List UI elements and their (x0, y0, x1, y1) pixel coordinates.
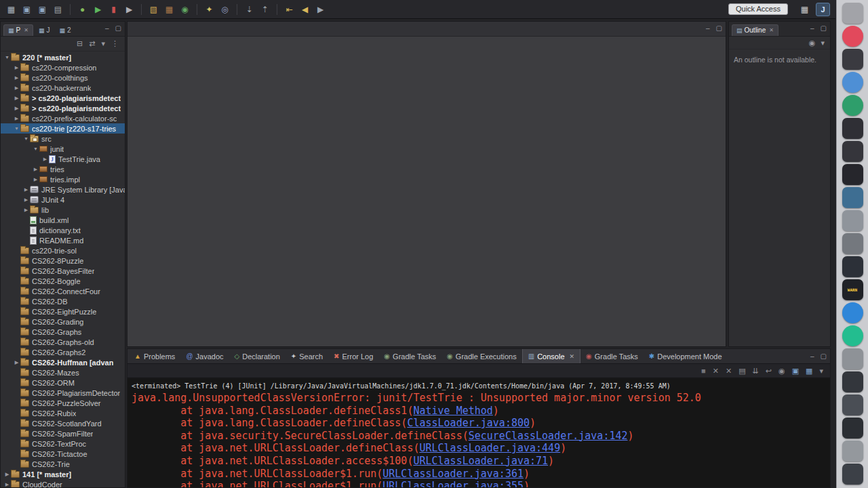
expand-arrow-icon[interactable]: ▶ (13, 116, 20, 121)
clear-console-icon[interactable]: ▤ (738, 367, 745, 375)
tab-javadoc[interactable]: @Javadoc (180, 349, 229, 363)
run-icon[interactable]: ▶ (91, 3, 105, 16)
tree-item[interactable]: CS262-ORM (1, 378, 125, 388)
close-icon[interactable]: ✕ (769, 27, 774, 33)
tree-item[interactable]: ▶JRE System Library [JavaS (1, 184, 125, 195)
tree-item[interactable]: cs220-trie-sol (1, 245, 125, 256)
tree-item[interactable]: CS262-DB (1, 296, 125, 306)
expand-arrow-icon[interactable]: ▶ (32, 167, 39, 172)
tree-item[interactable]: CS262-PuzzleSolver (1, 398, 125, 408)
pin-console-icon[interactable]: ◉ (778, 367, 785, 375)
tree-item[interactable]: CS262-Graphs (1, 327, 125, 337)
dock-app-icon[interactable] (842, 210, 863, 231)
tree-item[interactable]: ▶TestTrie.java (1, 154, 125, 164)
dock-app-icon[interactable] (842, 26, 863, 47)
tab-search[interactable]: ✦Search (285, 349, 328, 363)
tree-item[interactable]: CS262-Grading (1, 317, 125, 327)
tree-item[interactable]: CS262-Rubix (1, 408, 125, 418)
dock-app-icon[interactable] (842, 325, 863, 346)
tree-item[interactable]: ▼220 [* master] (1, 52, 125, 62)
tree-item[interactable]: ▶cs220-compression (1, 62, 125, 73)
tree-item[interactable]: ▼cs220-trie [z220-s17-tries (1, 123, 125, 134)
expand-arrow-icon[interactable]: ▼ (13, 126, 20, 131)
tab-gradle-tasks-2[interactable]: ◉Gradle Tasks (580, 349, 644, 363)
link-with-editor-icon[interactable]: ⇄ (89, 39, 95, 48)
tree-item[interactable]: CS262-Mazes (1, 367, 125, 378)
tree-item[interactable]: CS262-TextProc (1, 439, 125, 449)
stacktrace-link[interactable]: URLClassLoader.java:361 (382, 468, 524, 480)
tree-item[interactable]: CS262-Graphs-old (1, 337, 125, 347)
next-annotation-icon[interactable]: ⇣ (242, 3, 256, 16)
tree-item[interactable]: ▶tries.impl (1, 174, 125, 184)
external-tools-icon[interactable]: ▶ (122, 3, 136, 16)
expand-arrow-icon[interactable]: ▶ (13, 65, 20, 70)
dock-app-icon[interactable] (842, 187, 863, 208)
tree-item[interactable]: ▶> cs220-plagiarismdetect (1, 93, 125, 103)
dock-app-icon[interactable] (842, 348, 863, 369)
tree-item[interactable]: ▼src (1, 134, 125, 144)
tab-console[interactable]: ▥Console✕ (522, 349, 580, 363)
tree-item[interactable]: ▶tries (1, 164, 125, 174)
tree-item[interactable]: ▶lib (1, 205, 125, 215)
search-icon[interactable]: ✦ (202, 3, 216, 16)
remove-launch-icon[interactable]: ✕ (713, 367, 719, 375)
tree-item[interactable]: CS262-Graphs2 (1, 347, 125, 357)
open-console-icon[interactable]: ▦ (806, 367, 812, 375)
minimize-button[interactable]: – (706, 24, 710, 33)
tree-item[interactable]: CS262-8Puzzle (1, 256, 125, 266)
java-perspective-icon[interactable]: J (816, 3, 830, 16)
expand-arrow-icon[interactable]: ▶ (32, 177, 39, 182)
stacktrace-link[interactable]: Native Method (413, 405, 492, 417)
stacktrace-link[interactable]: SecureClassLoader.java:142 (469, 430, 628, 442)
tab-package-explorer[interactable]: ▦P✕ (3, 24, 33, 36)
last-edit-location-icon[interactable]: ⇤ (282, 3, 296, 16)
maximize-button[interactable]: ▢ (716, 24, 722, 33)
print-icon[interactable]: ▤ (51, 3, 65, 16)
dock-app-icon[interactable] (842, 394, 863, 415)
quick-access-button[interactable]: Quick Access (728, 3, 788, 15)
open-perspective-icon[interactable]: ▦ (797, 3, 812, 16)
coverage-icon[interactable]: ▮ (106, 3, 121, 16)
expand-arrow-icon[interactable]: ▶ (22, 207, 30, 213)
tree-item[interactable]: ▶CloudCoder (1, 479, 125, 487)
tree-item[interactable]: ▶> cs220-plagiarismdetect (1, 103, 125, 113)
dock-app-icon[interactable] (842, 3, 863, 24)
expand-arrow-icon[interactable]: ▶ (3, 482, 11, 487)
more-icon[interactable]: ⋮ (111, 39, 119, 48)
dock-app-icon[interactable] (842, 141, 863, 162)
tree-item[interactable]: CS262-Trie (1, 459, 125, 469)
debug-icon[interactable]: ● (75, 3, 90, 16)
tree-item[interactable]: ▶141 [* master] (1, 469, 125, 479)
new-class-icon[interactable]: ◉ (178, 3, 192, 16)
new-wizard-icon[interactable]: ▦ (4, 3, 18, 16)
expand-arrow-icon[interactable]: ▶ (41, 157, 49, 162)
dock-app-icon[interactable] (842, 302, 863, 323)
tree-item[interactable]: README.md (1, 235, 125, 245)
expand-arrow-icon[interactable]: ▶ (13, 360, 20, 365)
back-icon[interactable]: ◀ (298, 3, 312, 16)
save-all-icon[interactable]: ▣ (35, 3, 50, 16)
tab-type-hierarchy[interactable]: ▦2 (55, 25, 75, 36)
maximize-button[interactable]: ▢ (115, 24, 121, 33)
stacktrace-link[interactable]: URLClassLoader.java:355 (382, 480, 524, 487)
tab-gradle-tasks[interactable]: ◉Gradle Tasks (378, 349, 441, 363)
maximize-button[interactable]: ▢ (821, 24, 827, 33)
new-package-icon[interactable]: ▦ (162, 3, 176, 16)
tree-item[interactable]: CS262-Boggle (1, 276, 125, 286)
view-menu-icon[interactable]: ▾ (101, 39, 105, 48)
close-icon[interactable]: ✕ (570, 353, 575, 360)
dock-app-icon[interactable] (842, 371, 863, 392)
stacktrace-link[interactable]: URLClassLoader.java:449 (419, 442, 560, 454)
tree-item[interactable]: ▼junit (1, 144, 125, 154)
expand-arrow-icon[interactable]: ▼ (22, 136, 30, 141)
dock-app-icon[interactable] (842, 72, 863, 93)
console-menu-icon[interactable]: ▾ (819, 367, 823, 375)
dock-app-icon[interactable] (842, 256, 863, 277)
forward-icon[interactable]: ▶ (313, 3, 328, 16)
open-type-icon[interactable]: ◎ (218, 3, 232, 16)
tree-item[interactable]: ▶cs220-hackerrank (1, 83, 125, 93)
tab-development-mode[interactable]: ✱Development Mode (644, 349, 728, 363)
console-output[interactable]: <terminated> TestTrie (4) [JUnit] /Libra… (127, 379, 830, 487)
tree-item[interactable]: build.xml (1, 215, 125, 225)
maximize-button[interactable]: ▢ (821, 352, 827, 361)
